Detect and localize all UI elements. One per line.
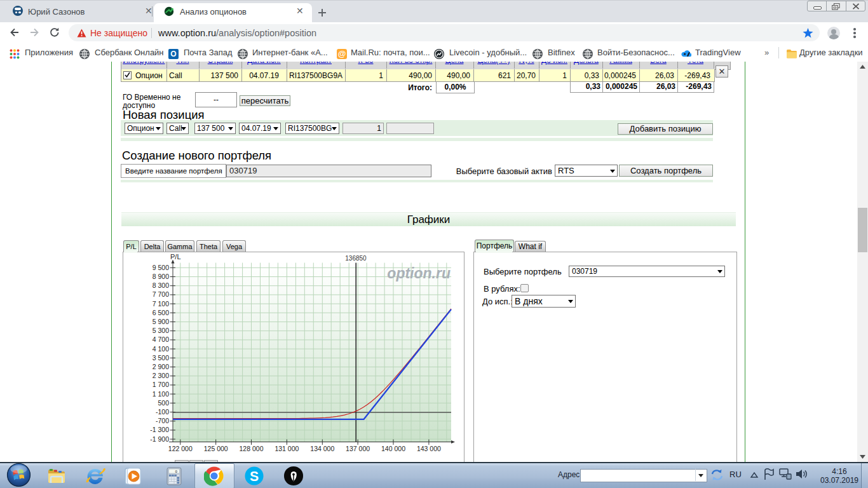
svg-text:-1 900: -1 900	[150, 435, 169, 443]
svg-text:-700: -700	[155, 417, 168, 424]
svg-text:0: 0	[175, 470, 177, 474]
svg-text:8 300: 8 300	[152, 281, 168, 289]
svg-text:122 000: 122 000	[168, 445, 192, 452]
svg-text:140 000: 140 000	[381, 445, 405, 452]
svg-text:P/L: P/L	[170, 253, 181, 261]
svg-text:-100: -100	[155, 408, 168, 416]
svg-text:-1 300: -1 300	[150, 426, 169, 433]
svg-text:2 300: 2 300	[152, 372, 168, 379]
svg-text:7 100: 7 100	[152, 300, 168, 308]
svg-text:136850: 136850	[345, 255, 367, 262]
svg-text:4 700: 4 700	[152, 336, 168, 343]
svg-text:5 300: 5 300	[152, 327, 168, 334]
svg-text:3 500: 3 500	[152, 354, 168, 362]
svg-text:7 700: 7 700	[152, 290, 168, 298]
svg-text:5 900: 5 900	[152, 318, 168, 325]
svg-text:1 700: 1 700	[152, 381, 168, 388]
svg-text:131 000: 131 000	[275, 445, 299, 452]
svg-text:option.ru: option.ru	[387, 265, 451, 281]
svg-text:137 000: 137 000	[346, 445, 370, 452]
svg-text:500: 500	[158, 399, 169, 407]
svg-text:128 000: 128 000	[239, 445, 263, 452]
svg-text:8 900: 8 900	[152, 273, 168, 280]
svg-text:134 000: 134 000	[310, 445, 334, 452]
svg-text:2 900: 2 900	[152, 363, 168, 370]
svg-text:9 500: 9 500	[152, 264, 168, 271]
svg-text:143 000: 143 000	[416, 445, 440, 452]
svg-text:6 500: 6 500	[152, 309, 168, 316]
svg-text:125 000: 125 000	[203, 445, 227, 452]
svg-text:4 100: 4 100	[152, 345, 168, 353]
svg-text:S: S	[250, 469, 259, 484]
svg-text:1 100: 1 100	[152, 390, 168, 398]
